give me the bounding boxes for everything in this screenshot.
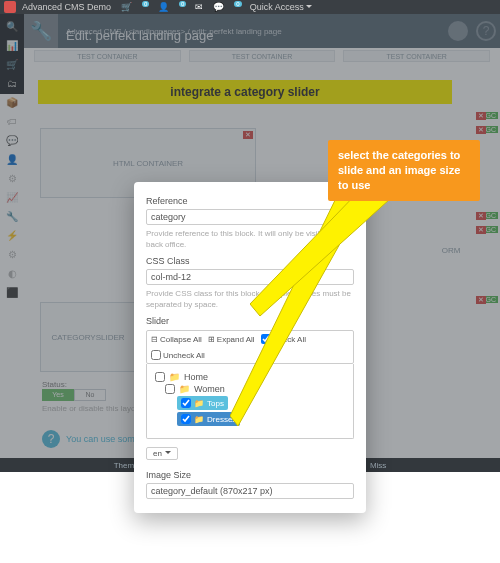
- block-label: HTML CONTAINER: [113, 159, 183, 168]
- tree-label: Home: [184, 372, 208, 382]
- uncheck-all-button[interactable]: Uncheck All: [151, 350, 205, 360]
- sidebar-item[interactable]: ⚙: [5, 248, 19, 262]
- sidebar-item[interactable]: ⚙: [5, 172, 19, 186]
- page-header: 🔧 Advanced CMS / <landingpages> / edit: …: [24, 14, 500, 48]
- collapse-all-button[interactable]: ⊟ Collapse All: [151, 335, 202, 344]
- cart-icon[interactable]: 🛒0: [121, 2, 147, 12]
- sidebar-item[interactable]: 👤: [5, 153, 19, 167]
- sidebar-item[interactable]: ◐: [5, 267, 19, 281]
- language-dropdown[interactable]: en: [146, 447, 178, 460]
- footer-item[interactable]: Miss: [370, 461, 386, 470]
- dresses-checkbox[interactable]: [181, 414, 191, 424]
- status-section: Status: YesNo Enable or disable this lay…: [42, 380, 144, 413]
- user-icon[interactable]: 👤0: [158, 2, 184, 12]
- women-checkbox[interactable]: [165, 384, 175, 394]
- image-size-select[interactable]: [146, 483, 354, 499]
- block-label: CATEGORYSLIDER: [51, 333, 124, 342]
- close-icon[interactable]: ✕: [476, 126, 486, 134]
- tip-text: You can use some: [66, 434, 140, 444]
- app-logo: [4, 1, 16, 13]
- close-icon[interactable]: ✕: [243, 131, 253, 139]
- sidebar-item[interactable]: 🏷: [5, 115, 19, 129]
- sidebar-item[interactable]: ⬛: [5, 286, 19, 300]
- home-checkbox[interactable]: [155, 372, 165, 382]
- sidebar-item[interactable]: 🛒: [5, 58, 19, 72]
- sidebar-item[interactable]: 📦: [5, 96, 19, 110]
- tree-label: Women: [194, 384, 225, 394]
- tip-line: ? You can use some: [42, 430, 140, 448]
- folder-icon: 📁: [169, 372, 180, 382]
- page-title: Edit: perfekt landing page: [66, 28, 213, 43]
- annotation-arrow: [250, 190, 420, 320]
- help-icon[interactable]: ?: [476, 21, 496, 41]
- status-label: Status:: [42, 380, 144, 389]
- sidebar-search-icon[interactable]: 🔍: [5, 20, 19, 34]
- topbar-icons: 🛒0 👤0 ✉ 💬0: [117, 2, 244, 12]
- quick-access-menu[interactable]: Quick Access: [250, 2, 312, 12]
- status-no-toggle[interactable]: No: [74, 389, 106, 401]
- sidebar-item[interactable]: 💬: [5, 134, 19, 148]
- svg-marker-1: [250, 190, 400, 316]
- status-hint: Enable or disable this layout.: [42, 404, 144, 413]
- close-icon[interactable]: ✕: [476, 226, 486, 234]
- close-icon[interactable]: ✕: [476, 212, 486, 220]
- sidebar-item[interactable]: 📊: [5, 39, 19, 53]
- close-icon[interactable]: ✕: [476, 112, 486, 120]
- instruction-banner: integrate a category slider: [38, 80, 452, 104]
- left-sidebar: 🔍 📊 🛒 🗂 📦 🏷 💬 👤 ⚙ 📈 🔧 ⚡ ⚙ ◐ ⬛: [0, 14, 24, 94]
- wrench-icon: 🔧: [24, 14, 58, 48]
- tree-label: Tops: [207, 399, 224, 408]
- sidebar-item[interactable]: ⚡: [5, 229, 19, 243]
- chat-icon[interactable]: 💬0: [213, 2, 239, 12]
- status-yes-toggle[interactable]: Yes: [42, 389, 74, 401]
- close-icon[interactable]: ✕: [476, 296, 486, 304]
- mail-icon[interactable]: ✉: [195, 2, 203, 12]
- info-icon: ?: [42, 430, 60, 448]
- top-bar: Advanced CMS Demo 🛒0 👤0 ✉ 💬0 Quick Acces…: [0, 0, 500, 14]
- app-title: Advanced CMS Demo: [22, 2, 111, 12]
- sidebar-item[interactable]: 📈: [5, 191, 19, 205]
- sidebar-item[interactable]: 🗂: [5, 77, 19, 91]
- folder-icon: 📁: [179, 384, 190, 394]
- uncheck-all-checkbox[interactable]: [151, 350, 161, 360]
- categoryslider-block[interactable]: CATEGORYSLIDER: [40, 302, 136, 372]
- orm-label: ORM: [430, 242, 472, 258]
- sidebar-item[interactable]: 🔧: [5, 210, 19, 224]
- avatar[interactable]: [448, 21, 468, 41]
- image-size-label: Image Size: [146, 470, 354, 480]
- annotation-callout: select the categories to slide and an im…: [328, 140, 480, 201]
- chip-selected[interactable]: 📁 Tops: [177, 396, 228, 410]
- tops-checkbox[interactable]: [181, 398, 191, 408]
